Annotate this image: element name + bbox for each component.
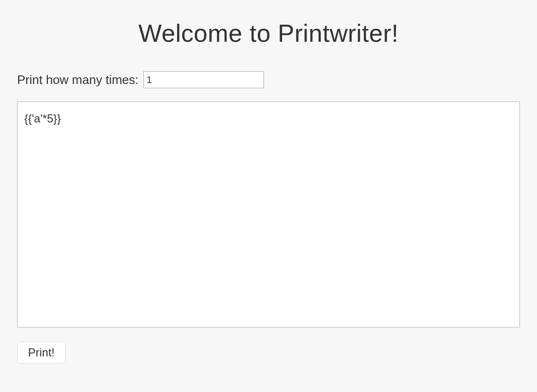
main-container: Welcome to Printwriter! Print how many t…: [0, 19, 537, 364]
times-label: Print how many times:: [17, 73, 139, 87]
times-input[interactable]: [143, 71, 264, 88]
print-button[interactable]: Print!: [17, 342, 66, 364]
content-textarea[interactable]: [17, 102, 520, 327]
times-row: Print how many times:: [17, 71, 520, 88]
page-title: Welcome to Printwriter!: [17, 19, 520, 47]
